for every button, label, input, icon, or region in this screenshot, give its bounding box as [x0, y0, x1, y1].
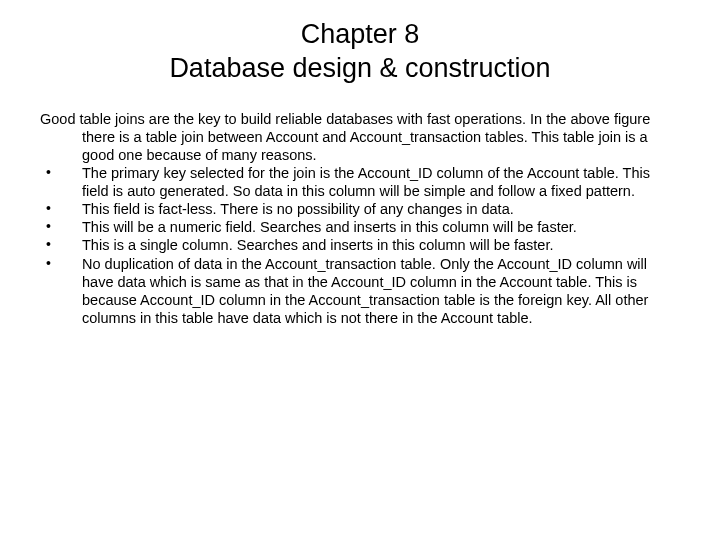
bullet-icon: • — [40, 255, 82, 273]
slide-body: Good table joins are the key to build re… — [40, 110, 680, 328]
bullet-icon: • — [40, 200, 82, 218]
bullet-icon: • — [40, 218, 82, 236]
list-item: • This will be a numeric field. Searches… — [40, 218, 680, 236]
list-item-text: This field is fact-less. There is no pos… — [82, 200, 680, 218]
list-item-text: The primary key selected for the join is… — [82, 164, 680, 200]
intro-paragraph: Good table joins are the key to build re… — [40, 110, 680, 164]
list-item-text: This is a single column. Searches and in… — [82, 236, 680, 254]
list-item: • No duplication of data in the Account_… — [40, 255, 680, 328]
list-item: • This field is fact-less. There is no p… — [40, 200, 680, 218]
list-item-text: This will be a numeric field. Searches a… — [82, 218, 680, 236]
bullet-list: • The primary key selected for the join … — [40, 164, 680, 327]
title-line-2: Database design & construction — [80, 52, 640, 86]
slide-title: Chapter 8 Database design & construction — [40, 18, 680, 86]
title-line-1: Chapter 8 — [80, 18, 640, 52]
bullet-icon: • — [40, 236, 82, 254]
bullet-icon: • — [40, 164, 82, 182]
list-item-text: No duplication of data in the Account_tr… — [82, 255, 680, 328]
list-item: • This is a single column. Searches and … — [40, 236, 680, 254]
list-item: • The primary key selected for the join … — [40, 164, 680, 200]
